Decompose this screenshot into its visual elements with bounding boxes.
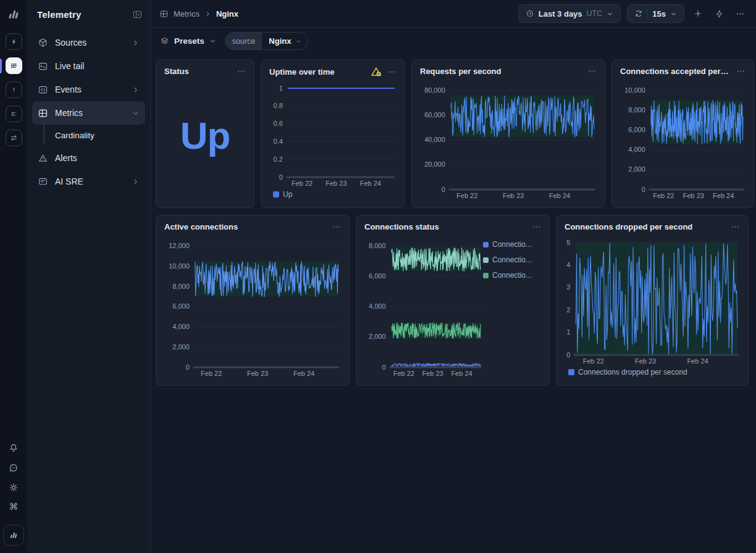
source-filter-pill[interactable]: source Nginx (225, 32, 309, 50)
integrations-icon[interactable] (6, 130, 22, 146)
svg-text:0.4: 0.4 (274, 138, 283, 145)
presets-button[interactable]: Presets (160, 36, 216, 46)
connections-status-chart[interactable]: 02,0004,0006,0008,000Feb 22Feb 23Feb 24 (364, 233, 483, 378)
legend-entry[interactable]: Connectio... (483, 256, 541, 264)
collapse-sidebar-icon[interactable] (132, 9, 143, 20)
clock-icon (526, 9, 534, 18)
card-connections-status: Connections status 02,0004,0006,0008,000… (356, 215, 550, 386)
notifications-bell-icon[interactable] (8, 443, 19, 454)
sidebar: Telemetry SourcesLive tailEventsMetricsC… (27, 0, 151, 553)
filter-key: source (225, 33, 262, 49)
time-range-label: Last 3 days (539, 9, 582, 19)
svg-text:1: 1 (279, 85, 283, 92)
alert-warning-badge-icon[interactable] (371, 67, 382, 77)
svg-text:4: 4 (566, 261, 570, 268)
svg-text:Feb 24: Feb 24 (687, 357, 708, 365)
app-root: ⌘ Telemetry SourcesLive tailEventsMetric… (0, 0, 756, 553)
legend-entry[interactable]: Connectio... (483, 240, 541, 249)
sidebar-header: Telemetry (27, 0, 150, 28)
chart-svg: 00.20.40.60.81Feb 22Feb 23Feb 24 (269, 78, 397, 188)
sidebar-item-ai-sre[interactable]: AI SRE (32, 170, 145, 193)
filter-bar: Presets source Nginx (151, 28, 756, 54)
time-range-button[interactable]: Last 3 days UTC (518, 4, 621, 23)
chart-legend: Up (269, 188, 397, 201)
card-menu-button[interactable] (332, 222, 341, 231)
layers-icon (160, 36, 169, 46)
svg-text:Feb 24: Feb 24 (360, 180, 381, 187)
svg-text:2,000: 2,000 (172, 343, 190, 351)
legend-swatch (483, 242, 489, 247)
svg-text:6,000: 6,000 (369, 272, 386, 280)
sidebar-item-label: Sources (55, 38, 86, 48)
sidebar-item-metrics[interactable]: Metrics (32, 101, 145, 125)
sidebar-item-label: Metrics (55, 108, 83, 118)
chevron-right-icon (204, 10, 211, 17)
chevron-right-icon (132, 86, 140, 94)
incidents-icon[interactable] (6, 81, 22, 98)
sidebar-item-cardinality[interactable]: Cardinality (32, 125, 145, 146)
zap-icon[interactable] (712, 6, 726, 21)
chevron-down-icon (209, 38, 216, 44)
svg-text:1: 1 (566, 328, 570, 336)
svg-text:10,000: 10,000 (624, 86, 645, 94)
sidebar-item-label: Events (55, 85, 82, 94)
topbar-actions: Last 3 days UTC 15s (518, 4, 747, 23)
connections-accepted-chart[interactable]: 02,0004,0006,0008,00010,000Feb 22Feb 23F… (620, 77, 746, 201)
card-menu-button[interactable] (731, 222, 740, 231)
svg-text:Feb 24: Feb 24 (713, 192, 734, 199)
uptime-icon[interactable] (6, 33, 22, 50)
chart-svg: 02,0004,0006,0008,000Feb 22Feb 23Feb 24 (364, 233, 483, 378)
sidebar-item-events[interactable]: Events (32, 78, 145, 101)
refresh-interval-group: 15s (627, 4, 684, 23)
card-active-connections: Active connections 02,0004,0006,0008,000… (156, 215, 350, 386)
svg-text:20,000: 20,000 (424, 160, 445, 168)
breadcrumb-page[interactable]: Nginx (216, 9, 238, 19)
connections-dropped-chart[interactable]: 012345Feb 22Feb 23Feb 24 (565, 233, 740, 366)
legend-label: Up (283, 190, 292, 199)
refresh-interval-label[interactable]: 15s (652, 9, 666, 19)
svg-text:40,000: 40,000 (424, 136, 445, 143)
uptime-chart[interactable]: 00.20.40.60.81Feb 22Feb 23Feb 24 (269, 78, 397, 188)
card-menu-button[interactable] (587, 67, 597, 76)
sidebar-item-sources[interactable]: Sources (32, 31, 145, 54)
feedback-chat-icon[interactable] (8, 462, 19, 473)
card-menu-button[interactable] (237, 67, 246, 76)
svg-text:4,000: 4,000 (369, 302, 386, 310)
card-menu-button[interactable] (387, 67, 397, 77)
legend-entry[interactable]: Connections dropped per second (568, 368, 687, 376)
telemetry-icon[interactable] (6, 57, 22, 74)
svg-text:Feb 22: Feb 22 (292, 180, 313, 187)
chevron-down-icon (132, 109, 140, 117)
svg-text:0.6: 0.6 (274, 120, 283, 127)
card-title: Connections accepted per second (620, 67, 731, 76)
card-menu-button[interactable] (736, 67, 746, 76)
svg-text:Feb 23: Feb 23 (422, 370, 443, 377)
active-connections-chart[interactable]: 02,0004,0006,0008,00010,00012,000Feb 22F… (164, 233, 341, 378)
legend-entry[interactable]: Connectio... (483, 271, 541, 280)
card-connections-dropped: Connections dropped per second 012345Feb… (556, 215, 749, 386)
add-button[interactable] (691, 6, 705, 21)
sidebar-item-label: Alerts (55, 153, 77, 163)
theme-sun-icon[interactable] (8, 482, 19, 493)
svg-text:0: 0 (186, 364, 190, 371)
legend-swatch (483, 257, 489, 263)
refresh-icon[interactable] (634, 9, 643, 18)
more-options-button[interactable] (733, 6, 747, 21)
card-menu-button[interactable] (532, 222, 541, 231)
card-title: Connections dropped per second (565, 222, 725, 231)
filter-value: Nginx (269, 36, 291, 46)
card-title: Uptime over time (269, 67, 365, 77)
sidebar-subitem-label: Cardinality (55, 131, 94, 140)
breadcrumb-section[interactable]: Metrics (174, 9, 200, 19)
better-stack-home-button[interactable] (3, 525, 24, 546)
card-uptime-over-time: Uptime over time 00.20.40.60.81Feb 22Feb… (261, 59, 405, 208)
svg-text:Feb 22: Feb 22 (653, 192, 674, 199)
sidebar-item-alerts[interactable]: Alerts (32, 146, 145, 170)
sidebar-item-live-tail[interactable]: Live tail (32, 54, 145, 78)
legend-entry[interactable]: Up (273, 190, 292, 199)
status-pages-icon[interactable] (6, 106, 22, 122)
requests-chart[interactable]: 020,00040,00060,00080,000Feb 22Feb 23Feb… (420, 77, 597, 201)
code-icon (38, 85, 48, 95)
command-icon[interactable]: ⌘ (9, 502, 19, 511)
svg-text:Feb 23: Feb 23 (635, 357, 656, 365)
